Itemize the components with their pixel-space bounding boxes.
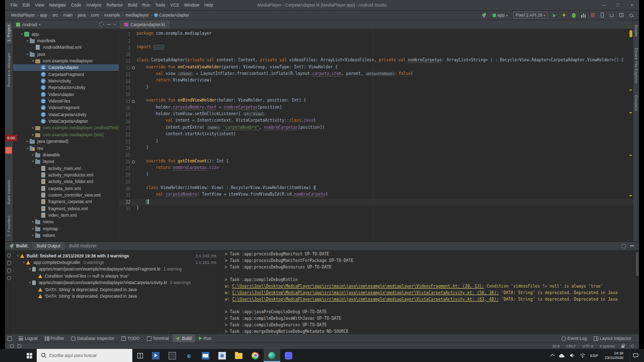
project-tree-item[interactable]: CVistaCarpetaActivity	[13, 111, 119, 118]
volume-icon[interactable]	[570, 351, 575, 360]
taskbar-app-discord[interactable]	[280, 349, 297, 362]
gutter-line-number[interactable]: 29	[119, 179, 136, 186]
search-input[interactable]	[49, 353, 128, 358]
run-config-selector[interactable]: app▾	[491, 12, 510, 18]
breadcrumb-item[interactable]: java	[78, 13, 86, 18]
start-button[interactable]	[22, 349, 37, 362]
gutter-line-number[interactable]: 32	[119, 199, 136, 206]
network-wifi-icon[interactable]	[580, 351, 586, 360]
taskbar-app-calculator[interactable]	[164, 349, 181, 362]
menu-vcs[interactable]: VCS	[168, 3, 181, 8]
menu-tools[interactable]: Tools	[152, 3, 168, 8]
tree-expand-icon[interactable]: ▸	[31, 133, 35, 137]
build-tree-item[interactable]: ▾Build: finished at 23/11/2020 19:36 wit…	[14, 252, 220, 259]
breadcrumb-item[interactable]: src	[52, 13, 58, 18]
gutter-line-number[interactable]: 26	[119, 159, 136, 165]
override-method-icon[interactable]	[132, 160, 135, 163]
encoding-indicator[interactable]: UTF-8	[583, 344, 593, 348]
hide-panel-icon[interactable]: ×	[114, 23, 116, 27]
code-line[interactable]: }	[136, 172, 633, 178]
tree-expand-icon[interactable]: ▸	[31, 220, 35, 224]
project-tree-item[interactable]: ▸mipmap	[13, 225, 119, 232]
code-line[interactable]: import ...	[136, 45, 633, 51]
gutter-line-number[interactable]: 20	[119, 118, 136, 125]
toolwindow-database-inspector[interactable]: Database Inspector	[67, 334, 118, 342]
tree-expand-icon[interactable]: ▾	[22, 260, 26, 264]
gutter-line-number[interactable]: 25	[119, 152, 136, 158]
toolwindow-logcat[interactable]: Logcat	[15, 334, 41, 342]
tool-strip-2-favorites[interactable]: 2: Favorites	[6, 214, 12, 238]
project-tree-item[interactable]: CVideosFragment	[13, 105, 119, 111]
project-tree-item[interactable]: ▾java	[13, 51, 119, 57]
code-editor[interactable]: 1231011121314151617181920212223242526272…	[119, 29, 633, 241]
stop-button[interactable]	[590, 12, 596, 18]
caret-position[interactable]: 32:6	[552, 344, 560, 348]
profiler-button[interactable]	[580, 12, 586, 18]
gutter-line-number[interactable]: 30	[119, 186, 136, 192]
override-method-icon[interactable]	[132, 66, 135, 69]
taskbar-app-movies[interactable]	[147, 349, 164, 362]
toolwindow-quick-access-icon[interactable]	[8, 336, 12, 341]
project-tree-item[interactable]: ▾manifests	[13, 37, 119, 44]
build-settings-gear-icon[interactable]	[621, 244, 626, 248]
toolwindow-event-log[interactable]: Event Log	[558, 334, 590, 342]
action-center-button[interactable]	[630, 349, 641, 362]
editor-tab[interactable]: CarpetaAdapter.kt	[119, 20, 171, 29]
run-button[interactable]: ▶	[551, 12, 557, 18]
filter-icon[interactable]	[7, 276, 11, 280]
gutter-line-number[interactable]: 10	[119, 51, 136, 58]
rerun-build-icon[interactable]	[7, 253, 11, 257]
minimize-button[interactable]: ─	[597, 0, 611, 10]
gutter-line-number[interactable]: 27	[119, 165, 136, 172]
project-tree-item[interactable]: ▾layout	[13, 158, 119, 165]
indent-indicator[interactable]: 4 spaces	[600, 344, 615, 348]
code-line[interactable]: val carpetaNombre: TextView = itemView.f…	[136, 192, 633, 199]
code-line[interactable]: class CarpetaAdapter(private val context…	[136, 58, 633, 64]
menu-run[interactable]: Run	[140, 3, 153, 8]
gutter-line-number[interactable]: 28	[119, 172, 136, 178]
project-tree-item[interactable]: CCarpetasFragment	[13, 71, 119, 77]
task-view-button[interactable]	[132, 349, 147, 362]
toolwindow-todo[interactable]: TODO	[118, 334, 143, 342]
project-view-selector[interactable]: Android ▾	[16, 22, 40, 27]
console-file-link[interactable]: C:\Users\Joel\Desktop\MediaPlayer\app\sr…	[232, 297, 499, 302]
code-line[interactable]: val view :View! = LayoutInflater.from(co…	[136, 71, 633, 78]
gutter-line-number[interactable]: 13	[119, 71, 136, 78]
menu-refactor[interactable]: Refactor	[104, 3, 125, 8]
project-tree-item[interactable]: video_item.xml	[13, 212, 119, 218]
code-line[interactable]: holder.carpetaNombre.text = nombreCarpet…	[136, 105, 633, 112]
build-tree-item[interactable]: ▾app/src/main/java/com/example/mediaplay…	[14, 266, 220, 273]
project-tree-item[interactable]: CVideosFiles	[13, 98, 119, 104]
sdk-manager-button[interactable]	[618, 12, 624, 18]
taskbar-app-photos[interactable]	[214, 349, 230, 362]
tree-expand-icon[interactable]: ▾	[20, 32, 24, 36]
menu-file[interactable]: File	[8, 3, 20, 8]
project-tree-item[interactable]: ▾com.example.mediaplayer	[13, 57, 119, 64]
code-line[interactable]: override fun onBindViewHolder(holder: Vi…	[136, 98, 633, 105]
tree-expand-icon[interactable]: ▾	[31, 59, 35, 63]
project-tree-item[interactable]: activity_vista_folder.xml	[13, 178, 119, 185]
gutter-line-number[interactable]: 17	[119, 98, 136, 105]
tree-expand-icon[interactable]: ▸	[31, 227, 35, 231]
readonly-lock-icon[interactable]	[621, 345, 624, 348]
tree-expand-icon[interactable]: ▸	[31, 233, 35, 237]
tray-expand-icon[interactable]	[550, 354, 554, 358]
code-line[interactable]: return nombreCarpetas.size	[136, 165, 633, 172]
gutter-line-number[interactable]: 22	[119, 132, 136, 138]
menu-build[interactable]: Build	[125, 3, 140, 8]
project-tree-item[interactable]: fragment_carpetas.xml	[13, 199, 119, 205]
project-tree-item[interactable]: CVistaCarpetaAdapter	[13, 118, 119, 124]
tool-strip-resource-manager[interactable]: Resource Manager	[6, 51, 12, 88]
code-line[interactable]: }	[136, 206, 633, 212]
tab-build-output[interactable]: Build Output	[32, 242, 65, 250]
expand-all-icon[interactable]	[7, 261, 11, 265]
close-button[interactable]: ×	[625, 0, 639, 10]
gutter-line-number[interactable]: 21	[119, 125, 136, 132]
tree-expand-icon[interactable]: ▾	[25, 146, 30, 150]
code-line[interactable]: return ViewHolder(view)	[136, 78, 633, 84]
code-line[interactable]: val intent = Intent(context, VistaCarpet…	[136, 118, 633, 125]
code-line[interactable]	[136, 38, 633, 44]
tree-expand-icon[interactable]: ▾	[25, 39, 30, 43]
tree-expand-icon[interactable]: ▾	[28, 281, 32, 285]
project-tree-item[interactable]: activity_reproductor.xml	[13, 171, 119, 178]
